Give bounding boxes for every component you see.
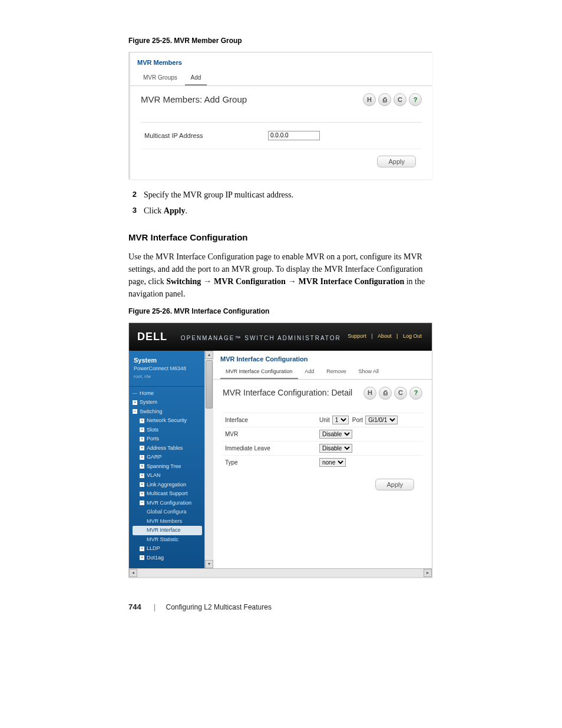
sidebar-system-title: System — [134, 355, 200, 365]
immediate-leave-select[interactable]: Disable — [319, 444, 352, 453]
tree-dot1ag[interactable]: +Dot1ag — [133, 554, 202, 563]
page-footer: 744 | Configuring L2 Multicast Features — [128, 601, 432, 613]
tree-slots[interactable]: +Slots — [133, 426, 202, 435]
tree-garp[interactable]: +GARP — [133, 453, 202, 462]
tree-vlan[interactable]: +VLAN — [133, 471, 202, 480]
type-label: Type — [225, 458, 319, 467]
tree-mvr-interface[interactable]: MVR Interface — [133, 526, 202, 535]
save-icon[interactable]: H — [363, 387, 376, 400]
logout-link[interactable]: Log Out — [403, 333, 422, 339]
apply-button[interactable]: Apply — [377, 156, 416, 167]
brand-logo: DELL — [137, 331, 167, 342]
scroll-down-icon[interactable]: ▾ — [205, 560, 213, 568]
sidebar-device-name: PowerConnect M6348 — [134, 365, 200, 373]
mvr-members-header: MVR Members — [137, 59, 182, 66]
step-2-text: Specify the MVR group IP multicast addre… — [144, 189, 432, 201]
about-link[interactable]: About — [378, 333, 392, 339]
port-select[interactable]: Gi1/0/1 — [365, 416, 398, 424]
print-icon[interactable]: ⎙ — [378, 93, 391, 106]
print-icon[interactable]: ⎙ — [379, 387, 392, 400]
content-tab-add[interactable]: Add — [299, 366, 319, 378]
mvr-interface-description: Use the MVR Interface Configuration page… — [128, 251, 432, 300]
support-link[interactable]: Support — [348, 333, 366, 339]
unit-select[interactable]: 1 — [332, 416, 349, 424]
port-label: Port — [352, 416, 363, 424]
save-icon[interactable]: H — [363, 93, 376, 106]
step-3: 3 Click Apply. — [128, 205, 432, 217]
multicast-ip-label: Multicast IP Address — [144, 131, 268, 141]
step-3-text: Click Apply. — [144, 205, 432, 217]
chapter-title: Configuring L2 Multicast Features — [166, 603, 272, 611]
scroll-left-icon[interactable]: ◂ — [129, 569, 137, 577]
figure-25-25-caption: Figure 25-25. MVR Member Group — [128, 35, 432, 46]
tree-home[interactable]: —Home — [133, 389, 202, 398]
sidebar-scrollbar[interactable]: ▴ ▾ — [204, 351, 213, 569]
scroll-thumb[interactable] — [206, 360, 213, 409]
apply-button[interactable]: Apply — [375, 479, 414, 490]
figure-25-26-caption: Figure 25-26. MVR Interface Configuratio… — [128, 306, 432, 317]
tab-add[interactable]: Add — [185, 71, 207, 85]
tree-multicast-support[interactable]: +Multicast Support — [133, 489, 202, 499]
immediate-leave-label: Immediate Leave — [225, 444, 319, 453]
tree-ports[interactable]: +Ports — [133, 434, 202, 444]
multicast-ip-input[interactable] — [268, 131, 320, 141]
horizontal-scrollbar[interactable]: ◂ ▸ — [129, 568, 432, 577]
content-tab-remove[interactable]: Remove — [321, 366, 352, 378]
step-2: 2 Specify the MVR group IP multicast add… — [128, 189, 432, 201]
tree-link-aggregation[interactable]: +Link Aggregation — [133, 480, 202, 490]
page-number: 744 — [128, 602, 141, 611]
step-3-number: 3 — [128, 205, 137, 217]
scroll-up-icon[interactable]: ▴ — [205, 351, 213, 359]
tree-mvr-configuration[interactable]: −MVR Configuration — [133, 499, 202, 508]
scroll-right-icon[interactable]: ▸ — [424, 569, 432, 577]
tree-mvr-members[interactable]: MVR Members — [133, 517, 202, 526]
mvr-members-subtitle: MVR Members: Add Group — [141, 93, 247, 107]
tree-mvr-statistic[interactable]: MVR Statistic — [133, 535, 202, 545]
tree-network-security[interactable]: +Network Security — [133, 416, 202, 426]
refresh-icon[interactable]: C — [394, 387, 407, 400]
mvr-interface-screenshot: DELL OPENMANAGE™ SWITCH ADMINISTRATOR Su… — [128, 322, 432, 578]
sidebar-user: root, r/w — [134, 373, 200, 380]
brand-subtitle: OPENMANAGE™ SWITCH ADMINISTRATOR — [181, 335, 341, 341]
mvr-interface-configuration-heading: MVR Interface Configuration — [128, 231, 432, 245]
tree-spanning-tree[interactable]: +Spanning Tree — [133, 462, 202, 472]
help-icon[interactable]: ? — [409, 93, 422, 106]
mvr-label: MVR — [225, 430, 319, 439]
refresh-icon[interactable]: C — [394, 93, 406, 106]
tree-address-tables[interactable]: +Address Tables — [133, 444, 202, 453]
tab-mvr-groups[interactable]: MVR Groups — [137, 71, 183, 84]
help-icon[interactable]: ? — [409, 387, 422, 400]
content-subtitle: MVR Interface Configuration: Detail — [223, 387, 352, 399]
type-select[interactable]: none — [319, 458, 346, 467]
tree-lldp[interactable]: +LLDP — [133, 544, 202, 554]
tree-system[interactable]: +System — [133, 398, 202, 407]
interface-label: Interface — [225, 416, 319, 424]
tree-global-configuration[interactable]: Global Configura — [133, 508, 202, 517]
step-2-number: 2 — [128, 189, 137, 201]
unit-label: Unit — [319, 416, 330, 424]
content-tab-show-all[interactable]: Show All — [353, 366, 384, 378]
mvr-members-screenshot: MVR Members MVR Groups Add MVR Members: … — [128, 52, 432, 179]
mvr-select[interactable]: Disable — [319, 430, 352, 439]
content-tab-detail[interactable]: MVR Interface Configuration — [220, 366, 298, 379]
navigation-sidebar: System PowerConnect M6348 root, r/w —Hom… — [129, 351, 204, 569]
tree-switching[interactable]: −Switching — [133, 407, 202, 417]
content-header-title: MVR Interface Configuration — [220, 355, 308, 363]
